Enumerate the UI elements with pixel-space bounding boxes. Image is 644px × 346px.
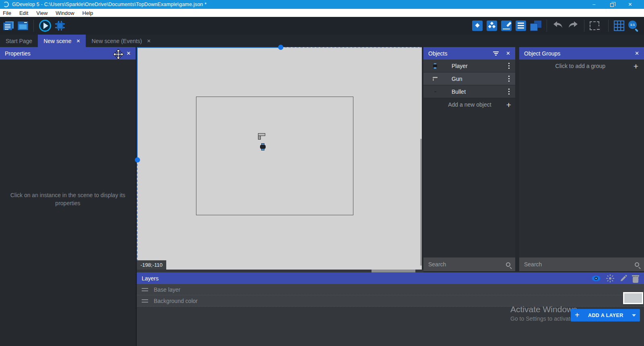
main-toolbar: 1:1 xyxy=(0,17,644,35)
objects-search-input[interactable] xyxy=(428,261,503,268)
scene-window-top-edge-dashed xyxy=(281,47,422,48)
bullet-thumbnail-icon xyxy=(431,91,440,92)
scene-properties-icon[interactable] xyxy=(501,21,512,31)
toolbar-separator xyxy=(608,20,609,32)
menu-help[interactable]: Help xyxy=(78,9,97,17)
resize-handle-top[interactable] xyxy=(278,45,283,50)
resize-handle-left[interactable] xyxy=(135,157,140,163)
zoom-original-icon[interactable]: 1:1 xyxy=(628,21,639,31)
play-icon[interactable] xyxy=(39,20,51,32)
filter-icon[interactable] xyxy=(493,51,499,56)
player-thumbnail-icon xyxy=(431,63,440,69)
window-title: GDevelop 5 - C:\Users\Sparkle\OneDrive\D… xyxy=(12,2,206,7)
object-menu-icon[interactable] xyxy=(508,76,510,82)
add-object-label: Add a new object xyxy=(433,101,506,108)
add-group-row[interactable]: Click to add a group + xyxy=(519,60,644,72)
canvas-vertical-scrollbar[interactable] xyxy=(420,139,422,266)
objects-header[interactable]: Objects ✕ xyxy=(423,47,515,60)
plus-icon[interactable]: + xyxy=(506,101,511,109)
undo-icon[interactable] xyxy=(552,20,564,31)
menu-view[interactable]: View xyxy=(32,9,52,17)
object-groups-header[interactable]: Object Groups ✕ xyxy=(519,47,644,60)
toolbar-separator xyxy=(584,20,584,32)
scene-window-rect xyxy=(196,97,353,215)
move-cursor xyxy=(113,49,124,61)
object-menu-icon[interactable] xyxy=(508,63,510,69)
object-row-player[interactable]: Player xyxy=(423,60,515,72)
plus-icon: + xyxy=(575,311,580,320)
debug-icon[interactable] xyxy=(55,21,65,31)
toolbar-separator xyxy=(33,20,34,32)
object-groups-panel: Object Groups ✕ Click to add a group + xyxy=(519,47,644,271)
drag-handle-icon[interactable] xyxy=(142,288,148,291)
object-name: Gun xyxy=(452,76,508,82)
close-icon[interactable]: ✕ xyxy=(126,50,131,56)
search-icon xyxy=(506,262,510,267)
objects-title: Objects xyxy=(428,50,447,57)
properties-empty-message: Click on an instance in the scene to dis… xyxy=(4,191,132,207)
tab-new-scene-events[interactable]: New scene (Events) ✕ xyxy=(86,35,156,47)
menu-file[interactable]: File xyxy=(0,9,15,17)
add-a-layer-button[interactable]: + ADD A LAYER xyxy=(571,309,640,321)
drag-handle-icon[interactable] xyxy=(142,299,148,303)
tab-label: New scene (Events) xyxy=(91,38,142,44)
instances-list-icon[interactable] xyxy=(516,21,526,31)
layers-title: Layers xyxy=(142,275,159,282)
groups-search xyxy=(519,257,644,271)
close-icon[interactable]: ✕ xyxy=(506,50,510,56)
tab-close-icon[interactable]: ✕ xyxy=(147,38,151,44)
project-manager-icon[interactable] xyxy=(3,21,14,30)
grid-icon[interactable] xyxy=(614,21,624,31)
tab-new-scene[interactable]: New scene ✕ xyxy=(38,35,86,47)
scrollbar-thumb[interactable] xyxy=(372,270,415,272)
close-icon[interactable]: ✕ xyxy=(635,50,639,56)
visibility-eye-icon[interactable] xyxy=(592,275,601,283)
add-group-label: Click to add a group xyxy=(527,63,634,69)
layers-icon[interactable] xyxy=(530,21,541,31)
layer-row-base[interactable]: Base layer xyxy=(137,284,644,295)
tab-start-page[interactable]: Start Page xyxy=(0,35,38,47)
menu-bar: File Edit View Window Help xyxy=(0,9,644,17)
menu-window[interactable]: Window xyxy=(52,9,78,17)
object-name: Bullet xyxy=(452,89,508,95)
editor-tabs: Start Page New scene ✕ New scene (Events… xyxy=(0,35,644,47)
layers-header[interactable]: Layers ✕ xyxy=(137,272,644,284)
tab-label: Start Page xyxy=(6,38,32,44)
trash-icon[interactable] xyxy=(633,277,638,283)
objects-editor-icon[interactable] xyxy=(472,21,483,31)
plus-icon[interactable]: + xyxy=(634,62,638,70)
object-groups-title: Object Groups xyxy=(524,50,560,57)
background-color-swatch[interactable] xyxy=(623,292,643,304)
properties-panel: Properties ✕ Click on an instance in the… xyxy=(0,47,137,346)
deselect-icon[interactable] xyxy=(590,21,599,30)
activate-windows-text: Activate Windows xyxy=(510,305,577,314)
object-groups-icon[interactable] xyxy=(487,21,497,31)
scene-window-left-edge xyxy=(137,47,138,160)
groups-search-input[interactable] xyxy=(524,261,632,268)
gun-instance[interactable] xyxy=(258,133,265,140)
tab-label: New scene xyxy=(43,38,71,44)
layer-name: Base layer xyxy=(154,286,180,293)
menu-edit[interactable]: Edit xyxy=(15,9,32,17)
add-object-row[interactable]: Add a new object + xyxy=(423,98,515,111)
scene-window-top-edge xyxy=(137,47,281,48)
tab-close-icon[interactable]: ✕ xyxy=(76,38,80,44)
chevron-down-icon[interactable] xyxy=(632,314,636,317)
effects-icon[interactable] xyxy=(606,274,614,284)
gdevelop-window: GDevelop 5 - C:\Users\Sparkle\OneDrive\D… xyxy=(0,0,644,346)
object-row-bullet[interactable]: Bullet xyxy=(423,85,515,98)
object-row-gun[interactable]: Gun xyxy=(423,72,515,85)
close-button[interactable]: ✕ xyxy=(621,0,639,9)
minimize-button[interactable]: – xyxy=(585,0,603,9)
player-instance[interactable] xyxy=(260,143,266,150)
edit-pencil-icon[interactable] xyxy=(620,275,627,284)
restore-button[interactable] xyxy=(603,0,621,9)
scene-canvas[interactable]: -198;-110 xyxy=(137,47,422,270)
title-bar: GDevelop 5 - C:\Users\Sparkle\OneDrive\D… xyxy=(0,0,644,9)
start-page-icon[interactable] xyxy=(18,21,28,30)
redo-icon[interactable] xyxy=(568,20,579,31)
object-menu-icon[interactable] xyxy=(508,89,510,95)
canvas-horizontal-scrollbar[interactable] xyxy=(137,270,423,272)
toolbar-separator xyxy=(547,20,547,32)
objects-search xyxy=(423,257,515,271)
